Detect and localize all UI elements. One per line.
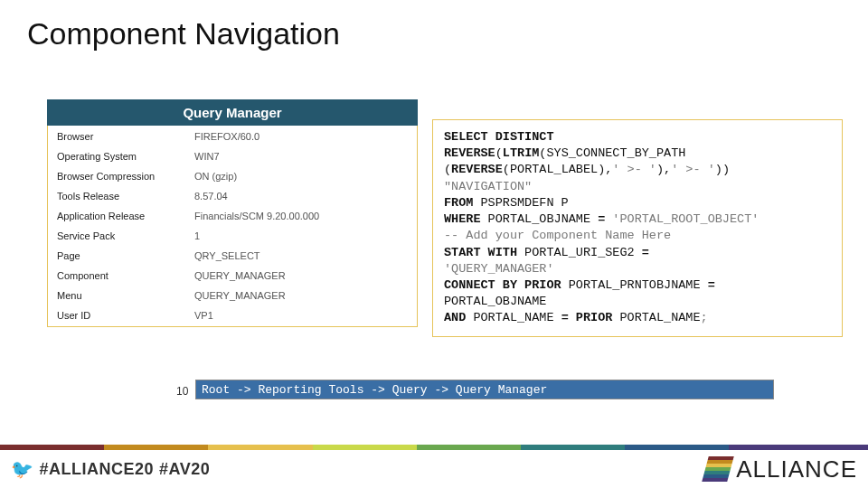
info-value: QUERY_MANAGER bbox=[187, 267, 415, 285]
info-value: VP1 bbox=[187, 306, 415, 324]
footer-stripe bbox=[0, 445, 868, 450]
table-row: User IDVP1 bbox=[50, 306, 415, 324]
alliance-logo: ALLIANCE bbox=[705, 455, 857, 483]
kw-connectby: CONNECT BY PRIOR bbox=[444, 278, 561, 292]
info-label: Service Pack bbox=[50, 227, 185, 245]
alliance-logo-mark-icon bbox=[703, 456, 735, 482]
table-row: Browser CompressionON (gzip) bbox=[50, 167, 415, 185]
table-row: Tools Release8.57.04 bbox=[50, 187, 415, 205]
table-row: MenuQUERY_MANAGER bbox=[50, 286, 415, 305]
info-value: Financials/SCM 9.20.00.000 bbox=[187, 207, 415, 225]
info-label: Application Release bbox=[50, 207, 185, 225]
sql-comment: -- Add your Component Name Here bbox=[444, 229, 671, 242]
left-panel: Query Manager BrowserFIREFOX/60.0Operati… bbox=[47, 99, 418, 327]
table-row: Service Pack1 bbox=[50, 227, 415, 245]
hashtag-1: #ALLIANCE20 bbox=[40, 460, 155, 479]
kw-where: WHERE bbox=[444, 212, 481, 226]
info-label: Tools Release bbox=[50, 187, 185, 205]
kw-reverse1: REVERSE bbox=[444, 146, 495, 160]
info-label: Page bbox=[50, 247, 185, 265]
sql-code-block: SELECT DISTINCT REVERSE(LTRIM(SYS_CONNEC… bbox=[432, 119, 843, 337]
alliance-logo-text: ALLIANCE bbox=[736, 455, 857, 483]
table-row: ComponentQUERY_MANAGER bbox=[50, 267, 415, 285]
slide: Component Navigation Query Manager Brows… bbox=[0, 0, 868, 488]
info-value: ON (gzip) bbox=[187, 167, 415, 185]
info-table: BrowserFIREFOX/60.0Operating SystemWIN7B… bbox=[47, 126, 418, 327]
table-row: BrowserFIREFOX/60.0 bbox=[50, 127, 415, 145]
kw-ltrim: LTRIM bbox=[503, 146, 540, 160]
panel-banner: Query Manager bbox=[47, 99, 418, 126]
info-label: Browser Compression bbox=[50, 167, 185, 185]
hashtag-2: #AV20 bbox=[159, 460, 210, 479]
info-label: Component bbox=[50, 267, 185, 285]
footer-hashtags: 🐦 #ALLIANCE20 #AV20 bbox=[11, 458, 210, 480]
info-value: 1 bbox=[187, 227, 415, 245]
footer: 🐦 #ALLIANCE20 #AV20 ALLIANCE bbox=[0, 445, 868, 488]
info-value: WIN7 bbox=[187, 147, 415, 165]
result-row-number: 10 bbox=[176, 385, 188, 398]
col-alias: "NAVIGATION" bbox=[444, 180, 532, 193]
info-label: Browser bbox=[50, 127, 185, 145]
kw-and: AND bbox=[444, 311, 466, 324]
info-value: QUERY_MANAGER bbox=[187, 286, 415, 305]
kw-reverse2: REVERSE bbox=[451, 163, 503, 176]
page-title: Component Navigation bbox=[27, 16, 340, 52]
table-row: Application ReleaseFinancials/SCM 9.20.0… bbox=[50, 207, 415, 225]
sql-literal: 'QUERY_MANAGER' bbox=[444, 262, 554, 276]
info-label: User ID bbox=[50, 306, 185, 324]
kw-startwith: START WITH bbox=[444, 246, 517, 259]
info-label: Menu bbox=[50, 286, 185, 305]
table-row: Operating SystemWIN7 bbox=[50, 147, 415, 165]
twitter-icon: 🐦 bbox=[11, 458, 34, 480]
info-value: 8.57.04 bbox=[187, 187, 415, 205]
kw-from: FROM bbox=[444, 196, 473, 210]
navigation-result: Root -> Reporting Tools -> Query -> Quer… bbox=[195, 380, 774, 399]
info-value: QRY_SELECT bbox=[187, 247, 415, 265]
info-value: FIREFOX/60.0 bbox=[187, 127, 415, 145]
kw-select: SELECT DISTINCT bbox=[444, 130, 554, 144]
info-label: Operating System bbox=[50, 147, 185, 165]
table-row: PageQRY_SELECT bbox=[50, 247, 415, 265]
